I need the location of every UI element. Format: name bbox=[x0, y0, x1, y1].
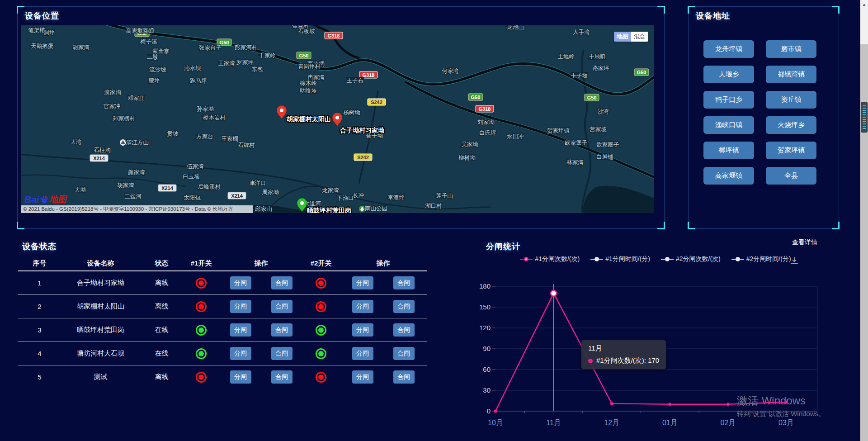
map-place-label: 咕噜垭 bbox=[300, 88, 317, 94]
trip-stats-title: 分闸统计 bbox=[486, 241, 520, 252]
open-switch-button[interactable]: 分闸 bbox=[352, 323, 373, 337]
map-place-label: 刘家坳 bbox=[477, 119, 495, 125]
map-type-map-button[interactable]: 地图 bbox=[614, 32, 631, 42]
corner-decoration bbox=[657, 6, 665, 14]
map-place-label: 后峰溪村 bbox=[198, 184, 221, 190]
open-switch-button[interactable]: 分闸 bbox=[230, 276, 251, 289]
address-button[interactable]: 高家堰镇 bbox=[703, 167, 754, 185]
map-place-label: 石牌村 bbox=[238, 142, 255, 148]
legend-item[interactable]: #1分闸次数/(次) bbox=[520, 255, 580, 263]
switch-indicator-cell bbox=[303, 325, 339, 336]
address-button[interactable]: 全县 bbox=[766, 167, 816, 185]
open-switch-button[interactable]: 分闸 bbox=[230, 300, 251, 313]
legend-item[interactable]: #2分闸时间/(分) bbox=[731, 255, 791, 263]
y-axis-tick-label: 180 bbox=[479, 282, 491, 290]
open-switch-button[interactable]: 分闸 bbox=[230, 323, 251, 337]
x-axis-tick-label: 10月 bbox=[488, 419, 503, 427]
close-switch-button[interactable]: 合闸 bbox=[271, 300, 292, 313]
map-place-label: 李潭坪 bbox=[387, 194, 405, 201]
device-status: 在线 bbox=[140, 349, 183, 358]
data-point[interactable] bbox=[668, 403, 671, 406]
map-place-label: 水田冲 bbox=[507, 133, 524, 140]
y-axis-tick-label: 30 bbox=[483, 386, 491, 394]
address-button[interactable]: 鸭子口乡 bbox=[703, 91, 754, 109]
legend-item[interactable]: #2分闸次数/(次) bbox=[661, 255, 721, 263]
corner-decoration bbox=[17, 6, 24, 14]
switch-indicator-cell bbox=[183, 325, 219, 336]
scrollbar-up-arrow[interactable]: ▲ bbox=[860, 0, 868, 44]
tooltip-title: 11月 bbox=[588, 344, 659, 353]
address-button[interactable]: 大堰乡 bbox=[703, 66, 754, 83]
map-place-label: 白岩铺 bbox=[596, 154, 613, 160]
close-switch-button[interactable]: 合闸 bbox=[393, 370, 415, 384]
svg-text:S242: S242 bbox=[357, 155, 369, 160]
device-status: 离线 bbox=[140, 279, 183, 287]
map-canvas[interactable]: G50G50G50G50G50G50G318G318G318S242S242X2… bbox=[21, 25, 654, 213]
operation-cell: 分闸合闸 bbox=[339, 276, 427, 289]
operation-cell: 分闸合闸 bbox=[339, 347, 427, 360]
x-axis-tick-label: 03月 bbox=[778, 419, 794, 427]
baidu-logo[interactable]: Bai 地图 bbox=[24, 194, 66, 205]
device-status: 离线 bbox=[140, 302, 183, 311]
close-switch-button[interactable]: 合闸 bbox=[271, 323, 292, 337]
close-switch-button[interactable]: 合闸 bbox=[271, 347, 292, 360]
address-button[interactable]: 磨市镇 bbox=[766, 40, 816, 58]
legend-marker-icon bbox=[731, 256, 744, 262]
data-point[interactable] bbox=[785, 401, 788, 404]
device-status-title: 设备状态 bbox=[22, 241, 57, 252]
switch-indicator-green bbox=[196, 325, 207, 336]
map-place-label: 津洋口 bbox=[249, 180, 266, 186]
map-place-label: 营家坡 bbox=[590, 126, 607, 133]
switch-indicator-cell bbox=[303, 372, 339, 383]
address-button[interactable]: 火烧坪乡 bbox=[766, 116, 816, 134]
map-type-hybrid-button[interactable]: 混合 bbox=[631, 32, 648, 42]
close-switch-button[interactable]: 合闸 bbox=[271, 276, 292, 289]
baidu-map[interactable]: G50G50G50G50G50G50G318G318G318S242S242X2… bbox=[21, 25, 654, 213]
road-shield: G50 bbox=[468, 94, 483, 100]
open-switch-button[interactable]: 分闸 bbox=[352, 370, 373, 384]
data-point[interactable] bbox=[494, 410, 497, 413]
address-button[interactable]: 都镇湾镇 bbox=[766, 66, 816, 83]
map-place-label: 二墩 bbox=[147, 54, 158, 60]
view-details-link[interactable]: 查看详情 bbox=[792, 238, 817, 247]
address-button[interactable]: 榔坪镇 bbox=[703, 142, 754, 159]
close-switch-button[interactable]: 合闸 bbox=[393, 347, 415, 360]
open-switch-button[interactable]: 分闸 bbox=[230, 370, 251, 384]
switch-indicator-cell bbox=[183, 372, 219, 383]
address-button[interactable]: 龙舟坪镇 bbox=[703, 40, 754, 58]
close-switch-button[interactable]: 合闸 bbox=[393, 323, 415, 337]
map-place-label: 欧家圈子 bbox=[596, 142, 619, 148]
data-point[interactable] bbox=[726, 403, 730, 406]
address-button[interactable]: 资丘镇 bbox=[766, 91, 816, 109]
table-row: 5测试离线分闸合闸分闸合闸 bbox=[18, 365, 427, 389]
svg-text:X214: X214 bbox=[93, 156, 105, 161]
map-place-label: 千家岭 bbox=[259, 52, 276, 59]
highlighted-data-point[interactable] bbox=[551, 290, 557, 296]
map-place-label: 湖口村 bbox=[425, 203, 442, 209]
open-switch-button[interactable]: 分闸 bbox=[352, 300, 373, 313]
table-row: 4塘坊河村大石坝在线分闸合闸分闸合闸 bbox=[18, 342, 427, 365]
corner-decoration bbox=[688, 6, 695, 14]
scrollbar-thumb[interactable] bbox=[861, 102, 868, 133]
road-shield: G50 bbox=[634, 69, 649, 76]
legend-item[interactable]: #1分闸时间/(分) bbox=[590, 255, 650, 263]
map-place-label: 沙湾 bbox=[598, 109, 609, 115]
scrollbar[interactable]: ▲ bbox=[860, 0, 868, 441]
x-axis-tick-label: 02月 bbox=[721, 419, 736, 427]
open-switch-button[interactable]: 分闸 bbox=[352, 347, 373, 360]
map-place-label: 笔架槽 bbox=[28, 27, 45, 33]
open-switch-button[interactable]: 分闸 bbox=[352, 276, 373, 289]
open-switch-button[interactable]: 分闸 bbox=[230, 347, 251, 360]
data-point[interactable] bbox=[610, 402, 613, 405]
table-header-cell: 操作 bbox=[219, 259, 303, 268]
address-button[interactable]: 贺家坪镇 bbox=[766, 142, 816, 159]
address-button[interactable]: 渔峡口镇 bbox=[703, 116, 754, 134]
close-switch-button[interactable]: 合闸 bbox=[393, 300, 415, 313]
close-switch-button[interactable]: 合闸 bbox=[393, 276, 415, 289]
map-place-label: 白氏坪 bbox=[479, 130, 496, 136]
svg-text:G318: G318 bbox=[363, 72, 375, 78]
close-switch-button[interactable]: 合闸 bbox=[271, 370, 292, 384]
road-shield: S242 bbox=[354, 154, 372, 161]
map-place-label: 郑家榜村 bbox=[112, 115, 135, 122]
map-place-label: 官家冲 bbox=[104, 103, 121, 109]
